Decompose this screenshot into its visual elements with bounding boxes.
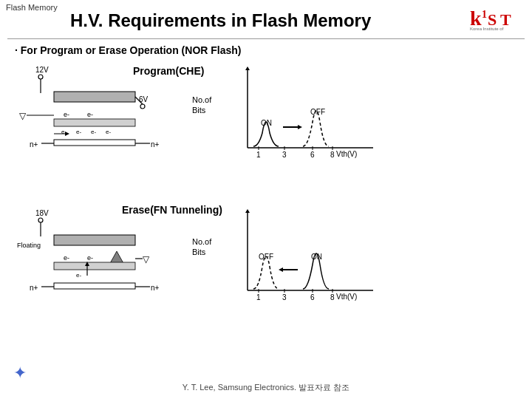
svg-marker-29	[65, 132, 69, 136]
svg-text:1: 1	[256, 151, 261, 159]
footer-text: Y. T. Lee, Samsung Electronics. 발표자료 참조	[0, 382, 532, 393]
svg-text:Science and Technology: Science and Technology	[470, 30, 518, 31]
svg-text:e-: e-	[91, 129, 96, 135]
svg-point-7	[38, 75, 43, 79]
erase-diagram: 18V Floating ▽ e- e- e- n+ n+	[13, 207, 191, 307]
svg-rect-9	[54, 92, 135, 102]
svg-text:1: 1	[256, 293, 261, 301]
star-icon: ✦	[13, 364, 27, 383]
svg-marker-31	[245, 66, 250, 70]
svg-text:Vth(V): Vth(V)	[336, 293, 357, 301]
svg-text:n+: n+	[30, 284, 38, 292]
page-title: H.V. Requirements in Flash Memory	[70, 10, 371, 31]
svg-text:18V: 18V	[35, 209, 49, 217]
program-diagram: 12V 6V ▽ e- e- e- e- e- e- e- n+ n+	[13, 64, 191, 163]
svg-text:6: 6	[310, 293, 315, 301]
svg-text:n+: n+	[151, 284, 160, 292]
svg-text:ON: ON	[261, 119, 272, 127]
svg-text:▽: ▽	[143, 254, 150, 265]
divider	[7, 38, 525, 39]
svg-text:▽: ▽	[19, 111, 27, 121]
svg-rect-18	[54, 119, 135, 126]
svg-text:e-: e-	[64, 111, 69, 118]
svg-marker-66	[245, 209, 250, 213]
svg-text:OFF: OFF	[310, 108, 325, 116]
svg-text:3: 3	[282, 151, 287, 159]
svg-text:e-: e-	[87, 254, 93, 262]
svg-text:Floating: Floating	[17, 242, 41, 249]
svg-text:12V: 12V	[35, 66, 49, 74]
svg-text:e-: e-	[76, 129, 81, 135]
svg-marker-70	[279, 267, 283, 272]
prog-nobits-label: No.of Bits	[192, 95, 211, 115]
svg-text:8: 8	[330, 293, 335, 301]
svg-rect-50	[54, 235, 135, 245]
svg-text:Vth(V): Vth(V)	[336, 150, 357, 158]
svg-point-11	[140, 104, 145, 109]
tab-label: Flash Memory	[6, 3, 58, 12]
logo: k 1 S T Korea Institute of Science and T…	[468, 4, 520, 31]
svg-text:e-: e-	[106, 129, 111, 135]
svg-text:e-: e-	[76, 272, 81, 279]
erase-vth-chart: ON OFF Vth(V) 1 3 6 8	[218, 209, 381, 313]
svg-text:ON: ON	[311, 253, 322, 261]
svg-text:1: 1	[482, 9, 487, 20]
program-vth-chart: ON OFF Vth(V) 1 3 6 8	[218, 66, 381, 170]
svg-text:e-: e-	[87, 111, 93, 118]
svg-text:3: 3	[282, 293, 287, 301]
erase-nobits-label: No.of Bits	[192, 236, 211, 257]
svg-text:n+: n+	[30, 140, 38, 149]
svg-marker-35	[298, 125, 302, 129]
svg-text:e-: e-	[64, 254, 69, 262]
svg-rect-25	[54, 140, 135, 146]
svg-rect-62	[54, 283, 135, 289]
svg-point-47	[38, 218, 43, 222]
svg-text:6: 6	[310, 151, 315, 159]
svg-text:n+: n+	[151, 140, 160, 149]
svg-text:OFF: OFF	[259, 253, 273, 261]
svg-text:8: 8	[330, 151, 335, 159]
subtitle: · For Program or Erase Operation (NOR Fl…	[15, 44, 242, 56]
svg-rect-56	[54, 262, 135, 270]
